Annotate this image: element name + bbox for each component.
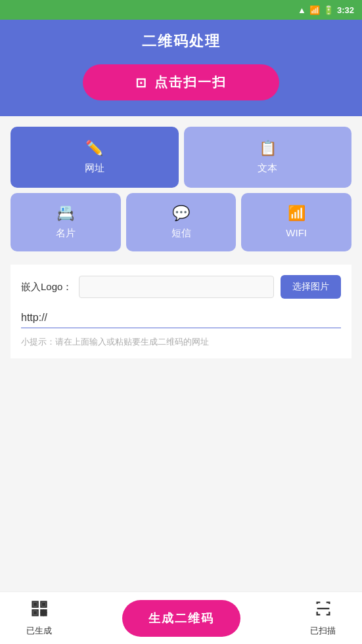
nav-scanned[interactable]: 已扫描 — [310, 599, 336, 637]
qrcode-icon — [30, 599, 49, 622]
wifi-cat-icon: 📶 — [288, 205, 305, 222]
category-sms-label: 短信 — [171, 227, 191, 240]
url-input[interactable] — [21, 308, 341, 328]
text-icon: 📋 — [259, 140, 277, 157]
svg-rect-9 — [41, 613, 43, 616]
status-time: 3:32 — [337, 5, 354, 15]
category-row-bottom: 📇 名片 💬 短信 📶 WIFI — [11, 193, 351, 251]
category-url-label: 网址 — [85, 162, 104, 175]
status-icons: ▲ 📶 🔋 3:32 — [298, 5, 354, 15]
category-wifi-label: WIFI — [286, 227, 307, 238]
scan-nav-icon — [314, 599, 332, 622]
scan-button[interactable]: ⊡ 点击扫一扫 — [83, 64, 279, 100]
category-card-button[interactable]: 📇 名片 — [11, 193, 121, 251]
svg-rect-8 — [44, 613, 47, 616]
svg-rect-7 — [41, 610, 43, 612]
svg-rect-5 — [34, 612, 36, 614]
svg-rect-10 — [44, 610, 47, 612]
content-area: ✏️ 网址 📋 文本 📇 名片 💬 短信 📶 WIFI — [0, 116, 362, 358]
choose-image-button[interactable]: 选择图片 — [281, 275, 341, 299]
category-grid: ✏️ 网址 📋 文本 📇 名片 💬 短信 📶 WIFI — [11, 127, 351, 251]
wifi-icon: ▲ — [298, 5, 306, 15]
battery-icon: 🔋 — [323, 5, 334, 15]
bottom-nav: 已生成 生成二维码 已扫描 — [0, 591, 362, 644]
url-icon: ✏️ — [85, 140, 103, 157]
nav-generated[interactable]: 已生成 — [26, 599, 52, 637]
page-title: 二维码处理 — [142, 32, 221, 51]
logo-label: 嵌入Logo： — [21, 281, 72, 293]
signal-icon: 📶 — [309, 5, 320, 15]
scan-button-label: 点击扫一扫 — [154, 74, 227, 91]
status-bar: ▲ 📶 🔋 3:32 — [0, 0, 362, 20]
form-area: 嵌入Logo： 选择图片 小提示：请在上面输入或粘贴要生成二维码的网址 — [11, 265, 351, 358]
category-text-label: 文本 — [258, 162, 277, 175]
nav-generated-label: 已生成 — [26, 625, 52, 637]
svg-rect-4 — [42, 603, 45, 606]
category-url-button[interactable]: ✏️ 网址 — [11, 127, 179, 188]
category-wifi-button[interactable]: 📶 WIFI — [241, 193, 351, 251]
logo-input[interactable] — [79, 276, 274, 298]
logo-row: 嵌入Logo： 选择图片 — [21, 275, 341, 299]
nav-scanned-label: 已扫描 — [310, 625, 336, 637]
scan-icon: ⊡ — [135, 75, 148, 91]
category-text-button[interactable]: 📋 文本 — [184, 127, 352, 188]
header: 二维码处理 ⊡ 点击扫一扫 — [0, 20, 362, 116]
category-sms-button[interactable]: 💬 短信 — [126, 193, 237, 251]
svg-rect-3 — [34, 603, 36, 606]
category-row-top: ✏️ 网址 📋 文本 — [11, 127, 351, 188]
sms-icon: 💬 — [172, 205, 190, 222]
generate-qrcode-button[interactable]: 生成二维码 — [122, 600, 240, 637]
hint-text: 小提示：请在上面输入或粘贴要生成二维码的网址 — [21, 336, 341, 348]
category-card-label: 名片 — [56, 227, 76, 240]
card-icon: 📇 — [57, 205, 74, 222]
